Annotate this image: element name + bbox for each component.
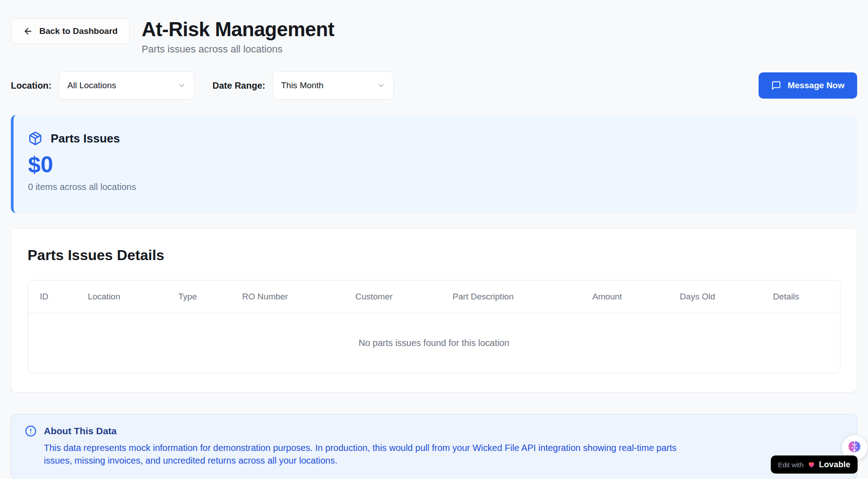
column-header-ro-number: RO Number: [242, 280, 355, 313]
page-subtitle: Parts issues across all locations: [142, 43, 334, 55]
column-header-part-description: Part Description: [453, 280, 592, 313]
back-button-label: Back to Dashboard: [39, 26, 118, 36]
empty-state-message: No parts issues found for this location: [28, 313, 840, 373]
page-header: Back to Dashboard At-Risk Management Par…: [11, 0, 857, 55]
about-this-data-card: About This Data This data represents moc…: [11, 414, 857, 479]
column-header-customer: Customer: [355, 280, 453, 313]
edit-with-label: Edit with: [778, 461, 804, 469]
date-range-select[interactable]: This Month: [273, 71, 394, 100]
arrow-left-icon: [23, 26, 33, 36]
location-select-value: All Locations: [67, 81, 116, 90]
at-risk-management-page: Back to Dashboard At-Risk Management Par…: [0, 0, 868, 479]
chevron-down-icon: [377, 81, 385, 90]
message-now-button[interactable]: Message Now: [759, 72, 857, 99]
column-header-details: Details: [773, 280, 840, 313]
location-label: Location:: [11, 81, 52, 91]
parts-issues-details-card: Parts Issues Details ID Location Type RO…: [11, 228, 857, 393]
message-square-icon: [771, 81, 781, 90]
column-header-days-old: Days Old: [680, 280, 773, 313]
filter-bar: Location: All Locations Date Range: This…: [11, 71, 857, 100]
summary-card-title: Parts Issues: [51, 132, 120, 146]
page-title: At-Risk Management: [142, 18, 334, 41]
summary-subtext: 0 items across all locations: [28, 182, 843, 192]
summary-amount: $0: [28, 152, 843, 177]
about-body-text: This data represents mock information fo…: [44, 441, 690, 467]
location-select[interactable]: All Locations: [59, 71, 194, 100]
lovable-brand-label: Lovable: [819, 460, 850, 470]
alert-circle-icon: [25, 425, 37, 437]
heart-icon: [807, 460, 816, 469]
table-header-row: ID Location Type RO Number Customer Part…: [28, 280, 840, 313]
parts-issues-summary-card: Parts Issues $0 0 items across all locat…: [11, 115, 857, 213]
chevron-down-icon: [178, 81, 186, 90]
edit-with-lovable-badge[interactable]: Edit with Lovable: [771, 455, 858, 474]
about-title: About This Data: [44, 426, 117, 436]
about-card-header: About This Data: [25, 425, 843, 437]
summary-card-header: Parts Issues: [28, 131, 843, 146]
details-title: Parts Issues Details: [28, 247, 840, 264]
details-table: ID Location Type RO Number Customer Part…: [28, 280, 840, 373]
back-to-dashboard-button[interactable]: Back to Dashboard: [11, 18, 130, 44]
column-header-amount: Amount: [592, 280, 679, 313]
empty-state-row: No parts issues found for this location: [28, 313, 840, 373]
package-icon: [28, 131, 42, 146]
date-range-select-value: This Month: [281, 81, 324, 90]
column-header-id: ID: [28, 280, 88, 313]
parts-issues-table: ID Location Type RO Number Customer Part…: [28, 280, 840, 373]
title-block: At-Risk Management Parts issues across a…: [142, 18, 334, 55]
message-now-label: Message Now: [788, 81, 844, 90]
date-range-label: Date Range:: [212, 81, 265, 91]
column-header-location: Location: [88, 280, 178, 313]
column-header-type: Type: [178, 280, 242, 313]
